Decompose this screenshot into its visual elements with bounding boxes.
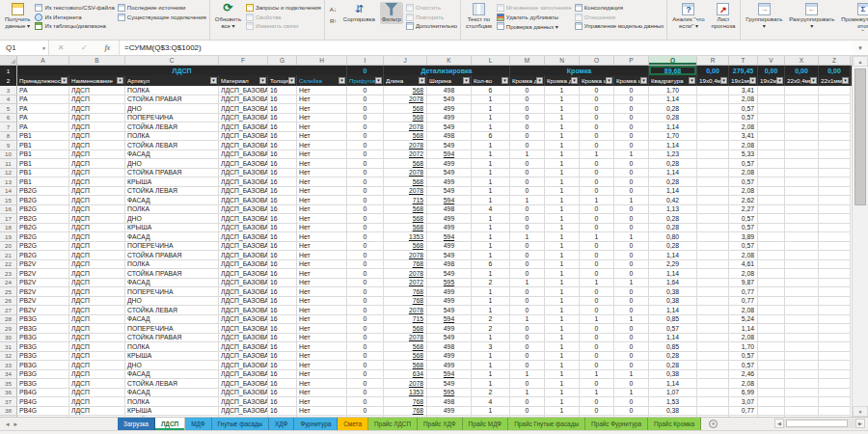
cell-X11[interactable]	[785, 159, 819, 169]
cell-C11[interactable]: ДНО	[125, 159, 219, 169]
cell-O15[interactable]: 1	[580, 196, 614, 205]
cell-J24[interactable]: 2072	[384, 279, 427, 288]
consolidate-button[interactable]: Консолидация	[575, 4, 665, 13]
cell-L7[interactable]: 1	[472, 122, 510, 132]
cell-Z28[interactable]	[819, 315, 851, 325]
cell-A30[interactable]: PB3G	[17, 334, 69, 343]
cell-J25[interactable]: 768	[384, 287, 427, 297]
cell-A13[interactable]: PB1	[17, 177, 69, 187]
cell-X38[interactable]	[785, 407, 819, 417]
cell-K9[interactable]: 549	[427, 141, 472, 150]
cell-K26[interactable]: 499	[427, 297, 472, 307]
cell-N3[interactable]: 1	[545, 86, 580, 95]
cell-H25[interactable]: Нет	[297, 287, 347, 297]
row-header-6[interactable]: 6	[0, 114, 17, 123]
cell-C12[interactable]: СТОЙКА ПРАВАЯ	[125, 169, 219, 178]
row-header-32[interactable]: 32	[0, 352, 17, 362]
web-button[interactable]: Из Интернета	[35, 14, 114, 22]
cell-O29[interactable]: 0	[580, 324, 614, 334]
cell-H21[interactable]: Нет	[297, 251, 347, 260]
cell-K22[interactable]: 498	[427, 260, 472, 270]
cell-R4[interactable]	[697, 95, 729, 105]
cell-P13[interactable]: 0	[614, 177, 649, 187]
cell-G35[interactable]: 16	[268, 379, 297, 389]
cell-T11[interactable]: 0,57	[729, 159, 758, 169]
cell-V16[interactable]	[758, 205, 785, 215]
row-header-13[interactable]: 13	[0, 177, 17, 187]
column-header-O[interactable]: O	[580, 56, 614, 65]
cell-M26[interactable]: 0	[510, 297, 545, 307]
cell-Q5[interactable]: 0,28	[649, 104, 697, 114]
cell-G24[interactable]: 16	[268, 279, 297, 288]
cell-R31[interactable]	[697, 342, 729, 352]
header-cell-B[interactable]: Наименование▼	[69, 75, 125, 86]
cell-X26[interactable]	[785, 297, 819, 307]
cell-G28[interactable]: 16	[268, 315, 297, 325]
collapse-ribbon-icon[interactable]: ˆ	[861, 28, 864, 37]
cell-A10[interactable]: PB1	[17, 150, 69, 160]
cell-C16[interactable]: ПОЛКА	[125, 205, 219, 215]
column-header-A[interactable]: A	[17, 56, 69, 65]
cell-P25[interactable]: 0	[614, 287, 649, 297]
cell-I38[interactable]: 0	[347, 407, 384, 417]
filter-dropdown-icon[interactable]: ▼	[606, 77, 612, 84]
cell-G30[interactable]: 16	[268, 334, 297, 343]
cell-C18[interactable]: КРЫША	[125, 224, 219, 233]
cell-X9[interactable]	[785, 141, 819, 150]
cell-X22[interactable]	[785, 260, 819, 270]
cell-T6[interactable]: 0,57	[729, 114, 758, 123]
cell-J13[interactable]: 568	[384, 177, 427, 187]
cell-M37[interactable]: 0	[510, 397, 545, 407]
cell-Q27[interactable]: 1,14	[649, 306, 697, 315]
sheet-tab[interactable]: Загрузка	[118, 418, 155, 430]
cell-P35[interactable]: 0	[614, 379, 649, 389]
cell-Z8[interactable]	[819, 132, 851, 142]
cell-G11[interactable]: 16	[268, 159, 297, 169]
cell-N19[interactable]: 1	[545, 232, 580, 242]
cell-F22[interactable]: ЛДСП_БАЗОВАЯ	[219, 260, 268, 270]
cell-O28[interactable]: 1	[580, 315, 614, 325]
cell-I21[interactable]: 0	[347, 251, 384, 260]
cell-K25[interactable]: 499	[427, 287, 472, 297]
cell-R23[interactable]	[697, 269, 729, 279]
cell-H9[interactable]: Нет	[297, 141, 347, 150]
cell-L14[interactable]: 1	[472, 187, 510, 197]
cell-L4[interactable]: 1	[472, 95, 510, 105]
cell-Z21[interactable]	[819, 251, 851, 260]
row-header-11[interactable]: 11	[0, 159, 17, 169]
cell-P30[interactable]: 0	[614, 334, 649, 343]
filter-dropdown-icon[interactable]: ▼	[117, 77, 123, 84]
summary-cell-Z[interactable]: 0,00	[819, 66, 851, 75]
cell-K8[interactable]: 498	[427, 132, 472, 142]
cell-I23[interactable]: 0	[347, 269, 384, 279]
cell-J29[interactable]: 568	[384, 324, 427, 334]
cell-P16[interactable]: 0	[614, 205, 649, 215]
cell-G13[interactable]: 16	[268, 177, 297, 187]
cell-R33[interactable]	[697, 361, 729, 370]
header-cell-L[interactable]: Кол-во▼	[472, 75, 510, 86]
cell-T5[interactable]: 0,57	[729, 104, 758, 114]
cell-N31[interactable]: 1	[545, 342, 580, 352]
cell-J36[interactable]: 1353	[384, 389, 427, 398]
data-model-button[interactable]: Управление моделью данных	[575, 22, 665, 31]
cell-H37[interactable]: Нет	[297, 397, 347, 407]
cell-F3[interactable]: ЛДСП_БАЗОВАЯ	[219, 86, 268, 95]
cell-Z16[interactable]	[819, 205, 851, 215]
cell-P18[interactable]: 0	[614, 224, 649, 233]
cell-F18[interactable]: ЛДСП_БАЗОВАЯ	[219, 224, 268, 233]
cell-R34[interactable]	[697, 370, 729, 380]
cell-I11[interactable]: 0	[347, 159, 384, 169]
sort-dialog-button[interactable]: Сортировка	[341, 2, 377, 24]
cell-C30[interactable]: СТОЙКА ПРАВАЯ	[125, 334, 219, 343]
cell-Z6[interactable]	[819, 114, 851, 123]
cell-B13[interactable]: ЛДСП	[69, 177, 125, 187]
cell-K19[interactable]: 594	[427, 232, 472, 242]
summary-cell-R[interactable]: 0,00	[697, 66, 729, 75]
cell-O23[interactable]: 0	[580, 269, 614, 279]
cell-G33[interactable]: 16	[268, 361, 297, 370]
cell-L37[interactable]: 4	[472, 397, 510, 407]
cell-J16[interactable]: 568	[384, 205, 427, 215]
column-header-J[interactable]: J	[384, 56, 427, 65]
cell-F35[interactable]: ЛДСП_БАЗОВАЯ	[219, 379, 268, 389]
sheet-tab-active[interactable]: ЛДСП	[155, 418, 185, 430]
